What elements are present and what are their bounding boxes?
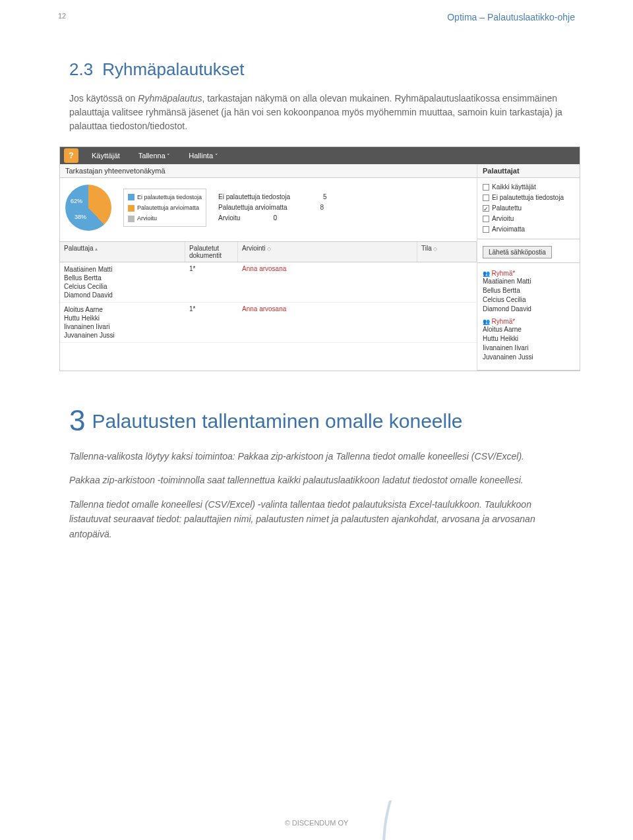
section-title: Palautusten tallentaminen omalle koneell… xyxy=(92,410,462,432)
pie-label-1: 62% xyxy=(71,198,82,204)
swatch-icon xyxy=(128,194,135,200)
checkbox-label: Kaikki käyttäjät xyxy=(492,182,536,193)
count-label: Palautettuja arvioimatta xyxy=(218,202,287,213)
cell-status xyxy=(417,303,477,342)
checkbox[interactable] xyxy=(483,226,489,233)
cell-grade-link[interactable]: Anna arvosana xyxy=(238,303,417,342)
col-dokumentit[interactable]: Palautetut dokumentit xyxy=(185,242,238,262)
checkbox-label: Ei palautettuja tiedostoja xyxy=(492,193,564,203)
checkbox[interactable] xyxy=(483,216,489,222)
section-3-heading: 3Palautusten tallentaminen omalle koneel… xyxy=(69,404,575,437)
count-label: Arvioitu xyxy=(218,213,240,224)
pie-label-2: 38% xyxy=(75,214,86,220)
emphasis: Tallenna xyxy=(69,451,104,462)
section-3-p1: Tallenna-valikosta löytyy kaksi toiminto… xyxy=(69,449,575,464)
chart-legend: Ei palautettuja tiedostoja Palautettuja … xyxy=(123,189,206,227)
app-menubar: ? Käyttäjät Tallenna Hallinta xyxy=(60,147,580,164)
group-title[interactable]: Ryhmä* xyxy=(483,318,574,325)
col-palauttaja[interactable]: Palauttaja xyxy=(60,242,185,262)
section-2-3-heading: 2.3Ryhmäpalautukset xyxy=(69,59,575,80)
checkbox-label: Arvioitu xyxy=(492,214,514,224)
checkbox-label: Palautettu xyxy=(492,203,522,214)
panel-title: Tarkastajan yhteenvetonäkymä xyxy=(60,164,477,178)
legend-item: Palautettuja arvioimatta xyxy=(137,204,199,211)
cell-docs[interactable]: 1* xyxy=(185,303,238,342)
section-number: 2.3 xyxy=(69,59,93,79)
emphasis: Tallenna tiedot omalle koneellesi (CSV/E… xyxy=(336,451,522,462)
filter-block: Kaikki käyttäjät Ei palautettuja tiedost… xyxy=(477,178,580,239)
legend-item: Ei palautettuja tiedostoja xyxy=(137,194,202,200)
group-title[interactable]: Ryhmä* xyxy=(483,270,574,277)
text-run: -toiminnolla saat tallennettua kaikki pa… xyxy=(158,475,524,485)
cell-names: Aloitus Aarne Huttu Heikki Iivanainen Ii… xyxy=(60,303,185,342)
table-row: Aloitus Aarne Huttu Heikki Iivanainen Ii… xyxy=(60,303,477,343)
email-block: Lähetä sähköpostia xyxy=(477,239,580,263)
group-members: Aloitus Aarne Huttu Heikki Iivanainen Ii… xyxy=(483,325,574,362)
help-icon[interactable]: ? xyxy=(64,148,78,163)
count-label: Ei palautettuja tiedostoja xyxy=(218,192,290,202)
summary-row: 62% 38% Ei palautettuja tiedostoja Palau… xyxy=(60,178,477,242)
cell-status xyxy=(417,262,477,302)
main-panel: Tarkastajan yhteenvetonäkymä 62% 38% Ei … xyxy=(60,164,477,371)
table-row: Maatiainen Matti Bellus Bertta Celcius C… xyxy=(60,262,477,303)
pie-chart: 62% 38% xyxy=(65,185,111,231)
emphasis: Ryhmäpalautus xyxy=(138,93,202,104)
col-tila[interactable]: Tila xyxy=(417,242,477,262)
send-email-button[interactable]: Lähetä sähköpostia xyxy=(483,246,552,258)
swatch-icon xyxy=(128,205,135,212)
emphasis: Pakkaa zip-arkistoon xyxy=(69,475,158,485)
count-value: 0 xyxy=(273,213,277,224)
count-value: 5 xyxy=(323,192,327,202)
text-run: -valikosta löytyy kaksi toimintoa: xyxy=(104,451,237,462)
section-number: 3 xyxy=(69,404,85,436)
emphasis: Pakkaa zip-arkistoon xyxy=(238,451,324,462)
document-title: Optima – Palautuslaatikko-ohje xyxy=(447,12,575,22)
cell-docs[interactable]: 1* xyxy=(185,262,238,302)
legend-item: Arvioitu xyxy=(137,215,157,222)
col-arviointi[interactable]: Arviointi xyxy=(238,242,417,262)
cell-grade-link[interactable]: Anna arvosana xyxy=(238,262,417,302)
count-value: 8 xyxy=(320,202,324,213)
footer-copyright: © DISCENDUM OY xyxy=(0,819,633,827)
page-number: 12 xyxy=(58,12,66,20)
checkbox[interactable] xyxy=(483,195,489,201)
group-members: Maatiainen Matti Bellus Bertta Celcius C… xyxy=(483,277,574,314)
section-2-3-paragraph: Jos käytössä on Ryhmäpalautus, tarkastaj… xyxy=(69,92,575,133)
menu-save[interactable]: Tallenna xyxy=(129,152,180,160)
emphasis: Tallenna tiedot omalle koneellesi (CSV/E… xyxy=(69,499,258,510)
section-title: Ryhmäpalautukset xyxy=(102,59,244,79)
text-run: ja xyxy=(323,451,336,462)
swatch-icon xyxy=(128,216,135,222)
counts-block: Ei palautettuja tiedostoja5 Palautettuja… xyxy=(218,192,327,224)
cell-names: Maatiainen Matti Bellus Bertta Celcius C… xyxy=(60,262,185,302)
group-list: Ryhmä* Maatiainen Matti Bellus Bertta Ce… xyxy=(477,263,580,371)
section-3-p3: Tallenna tiedot omalle koneellesi (CSV/E… xyxy=(69,497,575,541)
text-run: . xyxy=(522,451,524,462)
checkbox[interactable] xyxy=(483,205,489,212)
checkbox-label: Arvioimatta xyxy=(492,224,525,235)
sidebar: Palauttajat Kaikki käyttäjät Ei palautet… xyxy=(477,164,580,371)
menu-admin[interactable]: Hallinta xyxy=(179,152,227,160)
checkbox[interactable] xyxy=(483,184,489,191)
section-3-p2: Pakkaa zip-arkistoon -toiminnolla saat t… xyxy=(69,473,575,487)
table-header: Palauttaja Palautetut dokumentit Arvioin… xyxy=(60,242,477,262)
sidebar-title: Palauttajat xyxy=(477,164,580,178)
app-screenshot: ? Käyttäjät Tallenna Hallinta Tarkastaja… xyxy=(59,146,580,371)
text-run: Jos käytössä on xyxy=(69,93,138,104)
menu-users[interactable]: Käyttäjät xyxy=(82,152,129,160)
